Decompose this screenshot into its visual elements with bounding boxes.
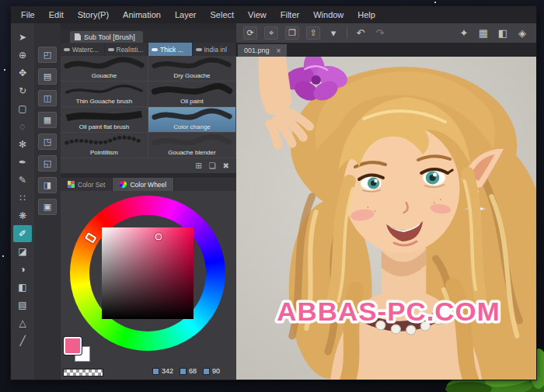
quick-access-panel-icon[interactable]: ◰ — [38, 47, 57, 63]
airbrush-tool[interactable]: ∷ — [13, 189, 32, 206]
subtool-panel-header: Sub Tool [Brush] — [61, 29, 236, 43]
brush-item-gouache-blender[interactable]: Gouache blender — [148, 133, 236, 158]
workspace-panel-icon[interactable]: ▣ — [38, 199, 57, 215]
color-set-icon — [68, 181, 75, 188]
gradient-tool[interactable]: ▤ — [13, 297, 32, 314]
object-select-icon[interactable]: ⌖ — [264, 26, 278, 40]
figure-tool[interactable]: △ — [13, 314, 32, 331]
add-subtool-icon[interactable]: ⊞ — [195, 161, 201, 170]
threed-panel-icon[interactable]: ◨ — [38, 177, 57, 193]
open-file-icon[interactable]: ❐ — [285, 26, 299, 40]
canvas-tab-bar: 001.png × — [236, 43, 536, 57]
canvas-column: ⟳ ⌖ ❐ ⇧ ▾ ↶ ↷ ✦ ▦ ◧ ◈ 001.png × — [236, 23, 536, 380]
subview-panel-icon[interactable]: ▦ — [38, 112, 57, 128]
canvas-rotate-icon[interactable]: ⟳ — [243, 26, 257, 40]
layer-panel-icon[interactable]: ◳ — [38, 134, 57, 150]
foreground-color-swatch[interactable] — [64, 337, 82, 355]
brush-group-tab-realistic[interactable]: Realisti... — [105, 43, 149, 56]
color-panel-tabs: Color Set Color Wheel — [61, 178, 236, 191]
brush-stroke-sample — [150, 57, 234, 72]
lasso-tool[interactable]: ◌ — [13, 118, 32, 135]
eraser-tool[interactable]: ◪ — [13, 243, 32, 260]
brush-stroke-sample — [62, 57, 146, 72]
menu-help[interactable]: Help — [350, 8, 382, 22]
saturation-value-square[interactable] — [102, 227, 194, 319]
menu-file[interactable]: File — [14, 8, 42, 22]
workspace-icon[interactable]: ◈ — [516, 27, 528, 39]
brush-item-dry-gouache[interactable]: Dry Gouache — [148, 56, 236, 82]
zoom-tool[interactable]: ⊕ — [13, 47, 32, 64]
brush-group-tab-watercolor[interactable]: Waterc... — [61, 43, 105, 56]
move-tool[interactable]: ✥ — [13, 64, 32, 82]
brush-label: Gouache blender — [168, 149, 215, 158]
toolbar-dropdown-icon[interactable]: ▾ — [327, 27, 340, 39]
tab-color-wheel[interactable]: Color Wheel — [113, 178, 174, 191]
panel-icon-strip: ◰ ▤ ◫ ▦ ◳ ◱ ◨ ▣ — [34, 23, 61, 380]
effect-icon[interactable]: ✦ — [458, 27, 470, 39]
menu-layer[interactable]: Layer — [168, 8, 204, 22]
brush-item-gouache[interactable]: Gouache — [61, 56, 148, 82]
undo-icon[interactable]: ↶ — [354, 27, 367, 39]
redo-icon[interactable]: ↷ — [374, 27, 386, 39]
brush-item-oil-paint[interactable]: Oil paint — [148, 82, 236, 107]
menu-animation[interactable]: Animation — [116, 8, 168, 22]
fill-tool[interactable]: ◧ — [13, 279, 32, 296]
auto-select-tool[interactable]: ✻ — [13, 136, 32, 153]
value-icon — [203, 368, 210, 375]
brush-group-tab-india-ink[interactable]: India inl — [193, 43, 237, 56]
brush-group-tab-thick[interactable]: Thick ... — [148, 43, 193, 56]
brush-stroke-sample — [150, 134, 234, 149]
menu-select[interactable]: Select — [204, 8, 242, 22]
hue-marker[interactable] — [84, 232, 96, 244]
brush-item-thin-gouache-brush[interactable]: Thin Gouache brush — [61, 82, 148, 107]
canvas-toolbar: ⟳ ⌖ ❐ ⇧ ▾ ↶ ↷ ✦ ▦ ◧ ◈ — [236, 23, 536, 43]
grid-icon[interactable]: ▦ — [477, 27, 490, 39]
canvas-drawing-area[interactable]: ABBAS-PC.COM — [236, 57, 536, 380]
value-value: 90 — [212, 367, 220, 375]
menu-window[interactable]: Window — [306, 8, 350, 22]
pencil-tool[interactable]: ✎ — [13, 172, 32, 189]
menu-bar: File Edit Story(P) Animation Layer Selec… — [11, 6, 536, 23]
tab-label: Color Wheel — [130, 181, 166, 189]
brush-item-color-change[interactable]: Color change — [148, 107, 236, 133]
publish-icon[interactable]: ⇧ — [306, 26, 320, 40]
pen-tool[interactable]: ✒ — [13, 154, 32, 171]
navigator-panel-icon[interactable]: ◫ — [38, 90, 57, 106]
brush-stroke-sample — [62, 82, 146, 98]
sv-cursor[interactable] — [155, 233, 162, 240]
transparent-color-swatch[interactable] — [63, 369, 103, 376]
ruler-tool[interactable]: ╱ — [13, 332, 32, 349]
brush-dab-icon — [196, 48, 202, 51]
decoration-tool[interactable]: ❋ — [13, 207, 32, 224]
brush-item-oil-paint-flat-brush[interactable]: Oil paint flat brush — [61, 107, 148, 133]
watermark-text: ABBAS-PC.COM — [277, 297, 500, 325]
material-panel-icon[interactable]: ▤ — [38, 68, 57, 85]
blend-tool[interactable]: ◑ — [13, 261, 32, 278]
saturation-value: 68 — [189, 367, 197, 375]
history-panel-icon[interactable]: ◱ — [38, 155, 57, 172]
selection-tool[interactable]: ▢ — [13, 100, 32, 117]
rotate-tool[interactable]: ↻ — [13, 82, 32, 99]
material-drawer-icon[interactable]: ◧ — [497, 27, 509, 39]
menu-filter[interactable]: Filter — [274, 8, 306, 22]
subtool-panel-tab[interactable]: Sub Tool [Brush] — [70, 31, 143, 43]
brush-label: Color change — [173, 123, 211, 132]
canvas-tab-001png[interactable]: 001.png × — [238, 44, 287, 57]
brush-stroke-sample — [62, 108, 146, 123]
menu-edit[interactable]: Edit — [42, 8, 71, 22]
close-icon[interactable]: × — [277, 47, 281, 55]
delete-subtool-icon[interactable]: ✖ — [223, 161, 229, 170]
color-panel: Color Set Color Wheel — [61, 178, 236, 380]
menu-story[interactable]: Story(P) — [71, 8, 116, 22]
tab-color-set[interactable]: Color Set — [61, 178, 113, 191]
duplicate-subtool-icon[interactable]: ❏ — [209, 161, 216, 170]
tool-bar: ➤ ⊕ ✥ ↻ ▢ ◌ ✻ ✒ ✎ ∷ ❋ ✐ ◪ ◑ ◧ ▤ △ ╱ — [11, 23, 34, 380]
brush-group-tabs: Waterc... Realisti... Thick ... India in… — [61, 43, 236, 56]
brush-tool[interactable]: ✐ — [13, 225, 32, 242]
brush-item-pointillism[interactable]: Pointillism — [61, 133, 148, 158]
tab-label: Color Set — [78, 181, 105, 189]
menu-view[interactable]: View — [241, 8, 274, 22]
operation-tool[interactable]: ➤ — [13, 29, 32, 46]
color-wheel-area: 342 68 90 — [61, 191, 236, 380]
hue-value: 342 — [162, 367, 173, 375]
